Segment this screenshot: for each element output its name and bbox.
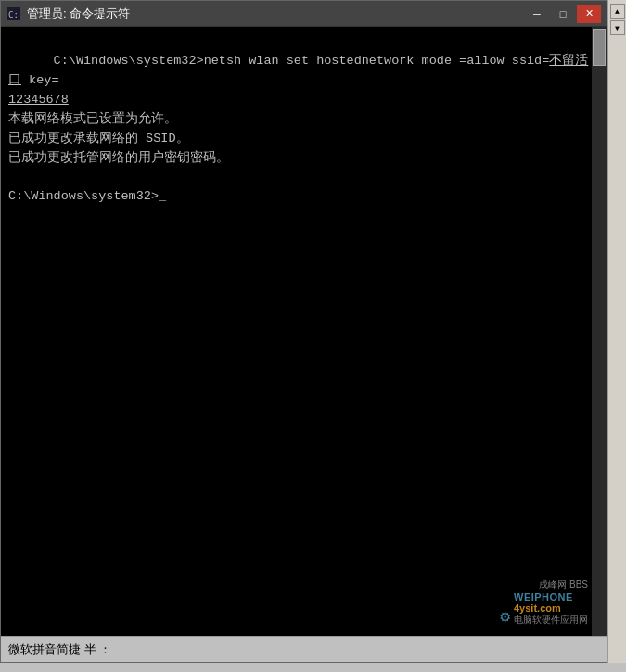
watermark-texts: 成峰网 BBS WeiPhone 4ysit.com 电脑软硬件应用网 [514, 578, 588, 627]
scroll-up-button[interactable]: ▲ [610, 4, 625, 19]
ysit-text: 4ysit.com [514, 602, 561, 614]
title-bar-left: C:_ 管理员: 命令提示符 [6, 6, 130, 22]
cursor: _ [159, 189, 166, 203]
weiphone-text: WeiPhone [514, 591, 588, 602]
watermark-logo: ⚙ [500, 606, 510, 627]
maximize-button[interactable]: □ [551, 5, 575, 23]
status-text: 微软拼音简捷 半 ： [8, 641, 111, 658]
minimize-button[interactable]: ─ [525, 5, 549, 23]
cmd-window: C:_ 管理员: 命令提示符 ─ □ ✕ C:\Windows\system32… [0, 0, 607, 663]
scroll-down-button[interactable]: ▼ [610, 20, 625, 35]
weiphone-icon: ⚙ [500, 606, 510, 627]
cmd-icon: C:_ [6, 6, 21, 21]
watermark: ⚙ 成峰网 BBS WeiPhone 4ysit.com 电脑软硬件应用网 [500, 578, 588, 627]
close-button[interactable]: ✕ [577, 5, 601, 23]
right-panel: ▲ ▼ [607, 0, 626, 663]
ssid-value: 不留活口 [8, 54, 588, 87]
title-bar: C:_ 管理员: 命令提示符 ─ □ ✕ [1, 1, 607, 27]
sub-text: 电脑软硬件应用网 [514, 614, 588, 627]
scrollbar-thumb[interactable] [593, 29, 606, 66]
console-area[interactable]: C:\Windows\system32>netsh wlan set hoste… [1, 27, 607, 662]
title-controls: ─ □ ✕ [525, 5, 601, 23]
key-value: 12345678 [8, 93, 69, 107]
site1-text: 成峰网 BBS [514, 578, 588, 591]
console-prompt-line1: C:\Windows\system32>netsh wlan set hoste… [8, 54, 588, 203]
status-bar: 微软拼音简捷 半 ： [1, 636, 608, 662]
scrollbar[interactable] [592, 27, 607, 662]
window-title: 管理员: 命令提示符 [27, 6, 130, 22]
console-output: C:\Windows\system32>netsh wlan set hoste… [8, 32, 599, 226]
svg-text:C:_: C:_ [8, 10, 20, 19]
